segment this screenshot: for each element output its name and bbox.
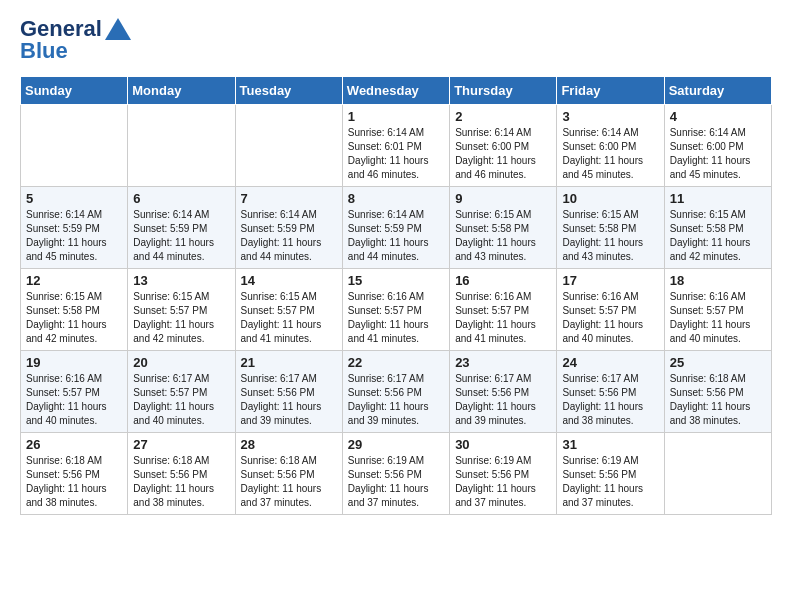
day-number: 21 (241, 355, 337, 370)
weekday-header: Monday (128, 77, 235, 105)
calendar-week-row: 12Sunrise: 6:15 AM Sunset: 5:58 PM Dayli… (21, 269, 772, 351)
calendar-cell: 24Sunrise: 6:17 AM Sunset: 5:56 PM Dayli… (557, 351, 664, 433)
weekday-header-row: SundayMondayTuesdayWednesdayThursdayFrid… (21, 77, 772, 105)
calendar-cell: 19Sunrise: 6:16 AM Sunset: 5:57 PM Dayli… (21, 351, 128, 433)
day-number: 15 (348, 273, 444, 288)
weekday-header: Wednesday (342, 77, 449, 105)
day-number: 5 (26, 191, 122, 206)
header: General Blue (20, 16, 772, 64)
calendar-cell: 30Sunrise: 6:19 AM Sunset: 5:56 PM Dayli… (450, 433, 557, 515)
day-number: 3 (562, 109, 658, 124)
weekday-header: Saturday (664, 77, 771, 105)
calendar-cell: 13Sunrise: 6:15 AM Sunset: 5:57 PM Dayli… (128, 269, 235, 351)
calendar-container: General Blue SundayMondayTuesdayWednesda… (0, 0, 792, 531)
day-number: 28 (241, 437, 337, 452)
day-info: Sunrise: 6:17 AM Sunset: 5:56 PM Dayligh… (562, 372, 658, 428)
day-number: 10 (562, 191, 658, 206)
day-info: Sunrise: 6:14 AM Sunset: 6:00 PM Dayligh… (562, 126, 658, 182)
day-number: 6 (133, 191, 229, 206)
day-number: 22 (348, 355, 444, 370)
day-info: Sunrise: 6:15 AM Sunset: 5:57 PM Dayligh… (133, 290, 229, 346)
calendar-cell: 8Sunrise: 6:14 AM Sunset: 5:59 PM Daylig… (342, 187, 449, 269)
calendar-cell: 28Sunrise: 6:18 AM Sunset: 5:56 PM Dayli… (235, 433, 342, 515)
day-info: Sunrise: 6:14 AM Sunset: 5:59 PM Dayligh… (241, 208, 337, 264)
calendar-cell: 14Sunrise: 6:15 AM Sunset: 5:57 PM Dayli… (235, 269, 342, 351)
day-info: Sunrise: 6:14 AM Sunset: 6:00 PM Dayligh… (670, 126, 766, 182)
calendar-week-row: 5Sunrise: 6:14 AM Sunset: 5:59 PM Daylig… (21, 187, 772, 269)
day-number: 14 (241, 273, 337, 288)
weekday-header: Thursday (450, 77, 557, 105)
day-info: Sunrise: 6:17 AM Sunset: 5:57 PM Dayligh… (133, 372, 229, 428)
day-number: 25 (670, 355, 766, 370)
calendar-cell: 22Sunrise: 6:17 AM Sunset: 5:56 PM Dayli… (342, 351, 449, 433)
day-info: Sunrise: 6:16 AM Sunset: 5:57 PM Dayligh… (348, 290, 444, 346)
calendar-cell (664, 433, 771, 515)
day-number: 18 (670, 273, 766, 288)
day-info: Sunrise: 6:15 AM Sunset: 5:57 PM Dayligh… (241, 290, 337, 346)
day-info: Sunrise: 6:18 AM Sunset: 5:56 PM Dayligh… (26, 454, 122, 510)
calendar-cell: 1Sunrise: 6:14 AM Sunset: 6:01 PM Daylig… (342, 105, 449, 187)
calendar-cell (128, 105, 235, 187)
day-info: Sunrise: 6:17 AM Sunset: 5:56 PM Dayligh… (348, 372, 444, 428)
calendar-cell: 29Sunrise: 6:19 AM Sunset: 5:56 PM Dayli… (342, 433, 449, 515)
day-info: Sunrise: 6:19 AM Sunset: 5:56 PM Dayligh… (348, 454, 444, 510)
calendar-cell: 7Sunrise: 6:14 AM Sunset: 5:59 PM Daylig… (235, 187, 342, 269)
day-info: Sunrise: 6:15 AM Sunset: 5:58 PM Dayligh… (562, 208, 658, 264)
calendar-cell: 9Sunrise: 6:15 AM Sunset: 5:58 PM Daylig… (450, 187, 557, 269)
day-number: 2 (455, 109, 551, 124)
day-number: 29 (348, 437, 444, 452)
day-info: Sunrise: 6:14 AM Sunset: 5:59 PM Dayligh… (133, 208, 229, 264)
calendar-cell: 2Sunrise: 6:14 AM Sunset: 6:00 PM Daylig… (450, 105, 557, 187)
day-number: 27 (133, 437, 229, 452)
calendar-cell: 26Sunrise: 6:18 AM Sunset: 5:56 PM Dayli… (21, 433, 128, 515)
day-info: Sunrise: 6:18 AM Sunset: 5:56 PM Dayligh… (133, 454, 229, 510)
day-number: 30 (455, 437, 551, 452)
day-number: 7 (241, 191, 337, 206)
calendar-cell: 5Sunrise: 6:14 AM Sunset: 5:59 PM Daylig… (21, 187, 128, 269)
day-number: 20 (133, 355, 229, 370)
logo-icon (105, 18, 131, 40)
day-number: 23 (455, 355, 551, 370)
day-info: Sunrise: 6:14 AM Sunset: 6:00 PM Dayligh… (455, 126, 551, 182)
weekday-header: Tuesday (235, 77, 342, 105)
calendar-cell: 27Sunrise: 6:18 AM Sunset: 5:56 PM Dayli… (128, 433, 235, 515)
day-number: 17 (562, 273, 658, 288)
day-number: 16 (455, 273, 551, 288)
day-info: Sunrise: 6:18 AM Sunset: 5:56 PM Dayligh… (241, 454, 337, 510)
calendar-cell: 20Sunrise: 6:17 AM Sunset: 5:57 PM Dayli… (128, 351, 235, 433)
calendar-cell: 10Sunrise: 6:15 AM Sunset: 5:58 PM Dayli… (557, 187, 664, 269)
day-info: Sunrise: 6:15 AM Sunset: 5:58 PM Dayligh… (455, 208, 551, 264)
day-info: Sunrise: 6:14 AM Sunset: 5:59 PM Dayligh… (26, 208, 122, 264)
day-number: 19 (26, 355, 122, 370)
calendar-cell: 16Sunrise: 6:16 AM Sunset: 5:57 PM Dayli… (450, 269, 557, 351)
calendar-cell: 25Sunrise: 6:18 AM Sunset: 5:56 PM Dayli… (664, 351, 771, 433)
day-info: Sunrise: 6:14 AM Sunset: 5:59 PM Dayligh… (348, 208, 444, 264)
calendar-cell: 31Sunrise: 6:19 AM Sunset: 5:56 PM Dayli… (557, 433, 664, 515)
calendar-week-row: 26Sunrise: 6:18 AM Sunset: 5:56 PM Dayli… (21, 433, 772, 515)
day-info: Sunrise: 6:16 AM Sunset: 5:57 PM Dayligh… (670, 290, 766, 346)
weekday-header: Friday (557, 77, 664, 105)
day-number: 31 (562, 437, 658, 452)
calendar-cell: 18Sunrise: 6:16 AM Sunset: 5:57 PM Dayli… (664, 269, 771, 351)
day-number: 4 (670, 109, 766, 124)
day-info: Sunrise: 6:15 AM Sunset: 5:58 PM Dayligh… (670, 208, 766, 264)
calendar-cell: 23Sunrise: 6:17 AM Sunset: 5:56 PM Dayli… (450, 351, 557, 433)
calendar-cell: 15Sunrise: 6:16 AM Sunset: 5:57 PM Dayli… (342, 269, 449, 351)
day-number: 12 (26, 273, 122, 288)
day-info: Sunrise: 6:16 AM Sunset: 5:57 PM Dayligh… (26, 372, 122, 428)
calendar-cell: 6Sunrise: 6:14 AM Sunset: 5:59 PM Daylig… (128, 187, 235, 269)
day-info: Sunrise: 6:14 AM Sunset: 6:01 PM Dayligh… (348, 126, 444, 182)
calendar-week-row: 19Sunrise: 6:16 AM Sunset: 5:57 PM Dayli… (21, 351, 772, 433)
day-info: Sunrise: 6:16 AM Sunset: 5:57 PM Dayligh… (455, 290, 551, 346)
day-info: Sunrise: 6:19 AM Sunset: 5:56 PM Dayligh… (455, 454, 551, 510)
day-info: Sunrise: 6:16 AM Sunset: 5:57 PM Dayligh… (562, 290, 658, 346)
calendar-week-row: 1Sunrise: 6:14 AM Sunset: 6:01 PM Daylig… (21, 105, 772, 187)
day-number: 1 (348, 109, 444, 124)
day-info: Sunrise: 6:18 AM Sunset: 5:56 PM Dayligh… (670, 372, 766, 428)
calendar-cell: 11Sunrise: 6:15 AM Sunset: 5:58 PM Dayli… (664, 187, 771, 269)
calendar-cell: 12Sunrise: 6:15 AM Sunset: 5:58 PM Dayli… (21, 269, 128, 351)
day-number: 9 (455, 191, 551, 206)
calendar-cell (235, 105, 342, 187)
day-info: Sunrise: 6:19 AM Sunset: 5:56 PM Dayligh… (562, 454, 658, 510)
calendar-cell: 17Sunrise: 6:16 AM Sunset: 5:57 PM Dayli… (557, 269, 664, 351)
